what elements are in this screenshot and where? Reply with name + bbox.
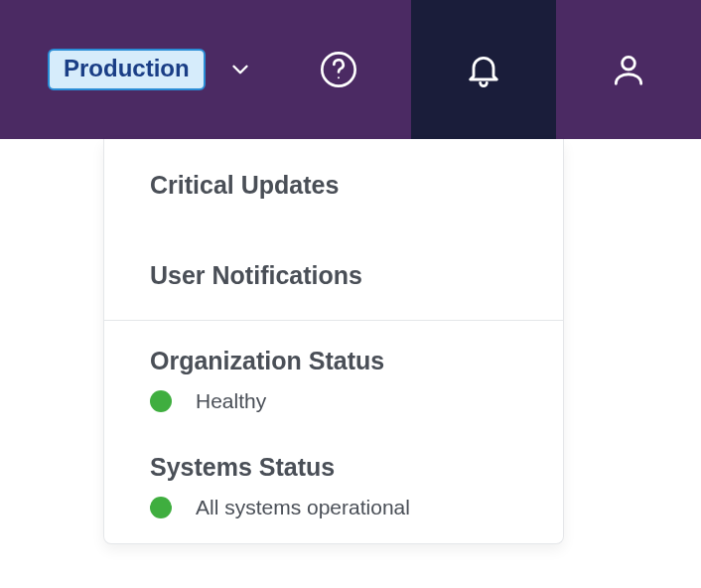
- systems-status-text: All systems operational: [196, 496, 410, 519]
- status-dot-icon: [150, 497, 172, 518]
- systems-status-section: Systems Status All systems operational: [104, 423, 563, 519]
- chevron-down-icon: [227, 57, 253, 82]
- user-notifications-title: User Notifications: [150, 261, 517, 290]
- status-dot-icon: [150, 390, 172, 412]
- svg-point-2: [623, 57, 635, 70]
- account-button[interactable]: [556, 0, 701, 139]
- user-icon: [610, 51, 647, 88]
- svg-point-1: [338, 76, 340, 78]
- organization-status-section: Organization Status Healthy: [104, 320, 563, 423]
- user-notifications-section[interactable]: User Notifications: [104, 229, 563, 320]
- environment-badge: Production: [48, 49, 206, 91]
- organization-status-title: Organization Status: [150, 347, 517, 375]
- organization-status-text: Healthy: [196, 389, 266, 413]
- notifications-button[interactable]: [411, 0, 556, 139]
- bell-icon: [464, 50, 503, 89]
- organization-status-row: Healthy: [150, 389, 517, 413]
- critical-updates-section[interactable]: Critical Updates: [104, 139, 563, 229]
- systems-status-row: All systems operational: [150, 496, 517, 519]
- critical-updates-title: Critical Updates: [150, 171, 517, 200]
- app-header: Production: [0, 0, 701, 139]
- help-icon: [319, 50, 358, 89]
- notifications-dropdown: Critical Updates User Notifications Orga…: [103, 139, 564, 544]
- environment-selector[interactable]: Production: [0, 49, 266, 91]
- systems-status-title: Systems Status: [150, 453, 517, 482]
- help-button[interactable]: [266, 0, 411, 139]
